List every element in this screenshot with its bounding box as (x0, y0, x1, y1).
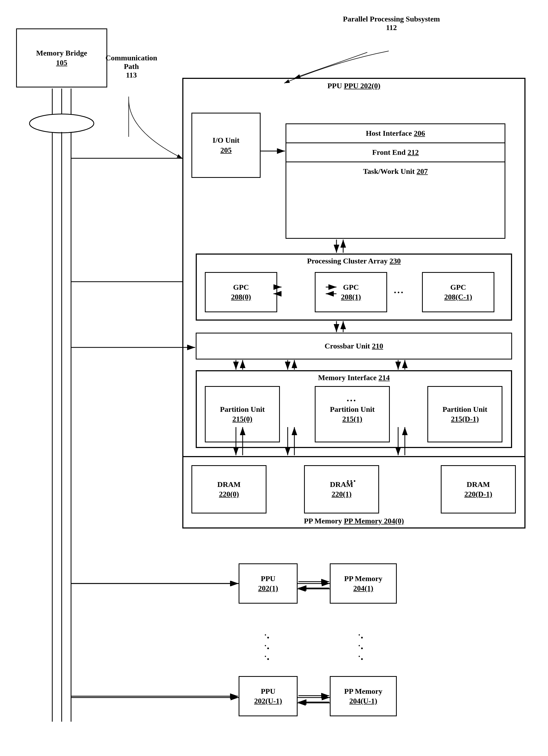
memory-interface-box: Memory Interface 214 Partition Unit215(0… (196, 370, 512, 448)
dram-0-box: DRAM220(0) (192, 465, 267, 513)
dram-1-box: DRAM220(1) (304, 465, 379, 513)
partition-unit-0-box: Partition Unit215(0) (205, 386, 280, 442)
io-unit-box: I/O Unit 205 (192, 113, 261, 178)
host-interface-row: Host Interface 206 (286, 124, 505, 143)
svg-text:·: · (358, 629, 360, 641)
svg-text:·: · (264, 640, 267, 652)
memory-bridge-num: 105 (56, 58, 67, 68)
memory-interface-label: Memory Interface 214 (197, 373, 511, 382)
svg-point-6 (30, 114, 94, 133)
svg-text:·: · (264, 650, 267, 662)
svg-text:·: · (264, 629, 267, 641)
memory-bridge-box: Memory Bridge 105 (16, 28, 107, 87)
svg-text:·: · (360, 653, 363, 665)
pp-memory-1-box: PP Memory204(1) (330, 563, 397, 604)
front-end-row: Front End 212 (286, 143, 505, 162)
ppu-u1-box: PPU202(U-1) (239, 676, 297, 716)
ppu-0-label: PPU PPU 202(0) (183, 82, 524, 90)
crossbar-unit-box: Crossbar Unit 210 (196, 333, 512, 359)
svg-text:·: · (267, 642, 270, 654)
pp-memory-0-label: PP Memory PP Memory 204(0) (183, 517, 524, 525)
io-unit-label: I/O Unit 205 (213, 135, 240, 155)
diagram-container: ... ... · · · · · · Memory Bri (0, 0, 548, 756)
processing-cluster-array-label: Processing Cluster Array 230 (197, 257, 511, 265)
svg-text:·: · (267, 653, 270, 665)
memory-bridge-label: Memory Bridge (36, 48, 87, 58)
svg-text:·: · (360, 642, 363, 654)
gpc-1-box: GPC208(1) (315, 272, 387, 312)
host-interface-stack-box: Host Interface 206 Front End 212 Task/Wo… (285, 123, 505, 239)
dram-d1-box: DRAM220(D-1) (441, 465, 516, 513)
partition-unit-1-box: Partition Unit215(1) (315, 386, 390, 442)
communication-path-label: Communication Path 113 (102, 54, 161, 79)
gpc-dots: ··· (394, 287, 404, 298)
svg-text:·: · (360, 632, 363, 644)
svg-text:·: · (267, 632, 270, 644)
svg-text:·: · (358, 640, 360, 652)
pp-memory-u1-box: PP Memory204(U-1) (330, 676, 397, 716)
gpc-0-box: GPC208(0) (205, 272, 277, 312)
svg-text:·: · (358, 650, 360, 662)
partition-unit-d1-box: Partition Unit215(D-1) (427, 386, 502, 442)
ppu-1-box: PPU202(1) (239, 563, 297, 604)
processing-cluster-array-box: Processing Cluster Array 230 GPC208(0) G… (196, 254, 512, 321)
gpc-c1-box: GPC208(C-1) (422, 272, 494, 312)
pp-memory-0-box: DRAM220(0) DRAM220(1) DRAM220(D-1) PP Me… (182, 456, 525, 529)
svg-line-50 (295, 52, 367, 78)
parallel-processing-subsystem-label: Parallel Processing Subsystem 112 (338, 15, 445, 32)
task-work-unit-row: Task/Work Unit 207 (286, 162, 505, 181)
